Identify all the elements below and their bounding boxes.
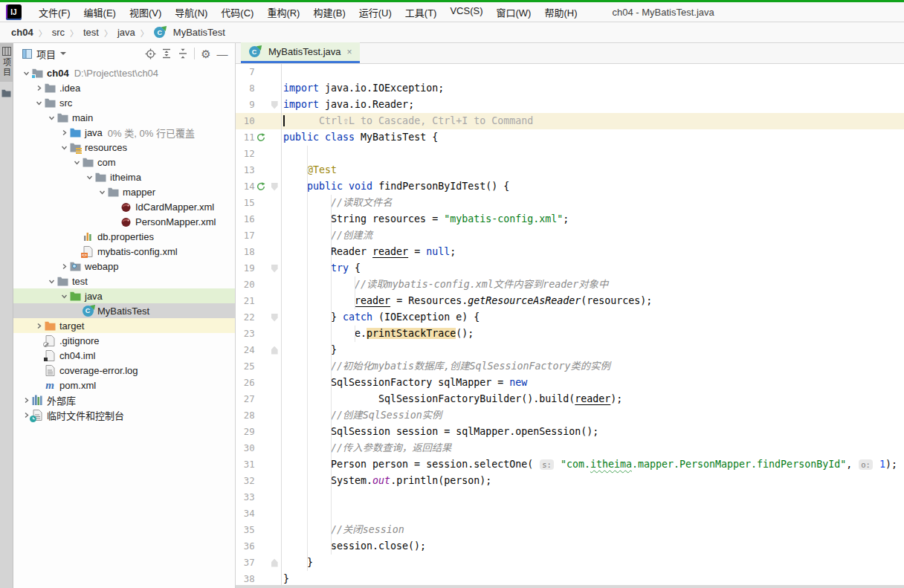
- tree-item-mybatis-config-xml[interactable]: <>mybatis-config.xml: [13, 244, 235, 259]
- tree-item-main[interactable]: main: [13, 110, 235, 125]
- code-line-34[interactable]: 34: [236, 505, 904, 522]
- breadcrumb-item[interactable]: CMyBatisTest: [152, 25, 227, 40]
- tree-item-db-properties[interactable]: db.properties: [13, 229, 235, 244]
- code-line-16[interactable]: 16 String resources = "mybatis-config.xm…: [236, 211, 904, 227]
- tree-item-idcardmapper-xml[interactable]: IdCardMapper.xml: [13, 199, 235, 214]
- tree-item-pom-xml[interactable]: mpom.xml: [13, 378, 235, 392]
- code-line-29[interactable]: 29 SqlSession session = sqlMapper.openSe…: [236, 424, 904, 440]
- chevron-collapsed-icon[interactable]: [59, 127, 69, 138]
- tree-item-mapper[interactable]: mapper: [13, 184, 235, 199]
- menu-item[interactable]: 窗口(W): [490, 3, 538, 22]
- expand-all-icon[interactable]: [158, 45, 175, 62]
- menu-item[interactable]: 文件(F): [32, 3, 77, 22]
- tree-item-personmapper-xml[interactable]: PersonMapper.xml: [13, 214, 235, 229]
- code-line-21[interactable]: 21 reader = Resources.getResourceAsReade…: [236, 293, 904, 309]
- fold-marker-open-icon[interactable]: [271, 314, 278, 322]
- chevron-expanded-icon[interactable]: [97, 187, 107, 197]
- fold-marker-open-icon[interactable]: [271, 265, 278, 273]
- locate-file-icon[interactable]: [142, 45, 158, 62]
- tree-item-src[interactable]: src: [13, 95, 235, 110]
- code-line-8[interactable]: 8import java.io.IOException;: [236, 80, 904, 97]
- code-line-12[interactable]: 12: [236, 146, 904, 162]
- tree-item-ch04-iml[interactable]: ch04.iml: [13, 348, 235, 363]
- code-line-30[interactable]: 30 //传入参数查询，返回结果: [236, 440, 904, 456]
- breadcrumb-item[interactable]: src: [50, 25, 67, 39]
- chevron-expanded-icon[interactable]: [71, 157, 82, 167]
- code-line-18[interactable]: 18 Reader reader = null;: [236, 244, 904, 260]
- menu-item[interactable]: 运行(U): [352, 3, 398, 22]
- code-line-7[interactable]: 7: [236, 64, 904, 80]
- tree-item-ch04[interactable]: ch04D:\Project\test\ch04: [13, 65, 235, 80]
- chevron-expanded-icon[interactable]: [59, 142, 69, 152]
- chevron-collapsed-icon[interactable]: [33, 320, 44, 331]
- tree-item-java[interactable]: java: [13, 288, 235, 303]
- settings-gear-icon[interactable]: ⚙: [198, 45, 214, 62]
- menu-item[interactable]: 构建(B): [306, 3, 352, 22]
- chevron-collapsed-icon[interactable]: [21, 395, 31, 405]
- code-line-33[interactable]: 33: [236, 489, 904, 505]
- code-line-22[interactable]: 22 } catch (IOException e) {: [236, 309, 904, 326]
- tree-item-test[interactable]: test: [13, 274, 235, 288]
- tree-item-mybatistest[interactable]: CMyBatisTest: [13, 303, 235, 318]
- fold-marker-open-icon[interactable]: [271, 101, 278, 109]
- code-line-19[interactable]: 19 try {: [236, 260, 904, 277]
- code-line-9[interactable]: 9import java.io.Reader;: [236, 97, 904, 113]
- chevron-collapsed-icon[interactable]: [59, 261, 69, 271]
- menu-item[interactable]: 导航(N): [168, 3, 214, 22]
- code-line-35[interactable]: 35 //关闭session: [236, 522, 904, 538]
- code-line-11[interactable]: 11public class MyBatisTest {: [236, 129, 904, 146]
- code-line-32[interactable]: 32 System.out.println(person);: [236, 473, 904, 489]
- close-icon[interactable]: ×: [347, 47, 352, 57]
- menu-item[interactable]: VCS(S): [443, 3, 489, 22]
- code-line-26[interactable]: 26 SqlSessionFactory sqlMapper = new: [236, 375, 904, 391]
- fold-marker-open-icon[interactable]: [271, 183, 278, 191]
- fold-marker-close-icon[interactable]: [271, 346, 278, 355]
- code-line-14[interactable]: 14 public void findPersonByIdTest() {: [236, 178, 904, 195]
- code-editor[interactable]: 78import java.io.IOException;9import jav…: [236, 64, 904, 585]
- menu-item[interactable]: 代码(C): [214, 3, 260, 22]
- menu-item[interactable]: 重构(R): [260, 3, 306, 22]
- menu-item[interactable]: 视图(V): [123, 3, 168, 22]
- code-line-24[interactable]: 24 }: [236, 342, 904, 358]
- run-test-icon[interactable]: [255, 133, 268, 142]
- tree-item-itheima[interactable]: itheima: [13, 169, 235, 184]
- chevron-expanded-icon[interactable]: [46, 112, 56, 123]
- breadcrumb-item[interactable]: ch04: [9, 25, 36, 39]
- stripe-tab-project[interactable]: 项目: [0, 43, 13, 82]
- code-line-31[interactable]: 31 Person person = session.selectOne( s:…: [236, 456, 904, 473]
- code-line-13[interactable]: 13 @Test: [236, 162, 904, 178]
- chevron-expanded-icon[interactable]: [33, 97, 44, 108]
- chevron-down-icon[interactable]: [60, 52, 66, 55]
- tree-item-webapp[interactable]: webapp: [13, 259, 235, 274]
- code-line-36[interactable]: 36 session.close();: [236, 538, 904, 555]
- tree-item-com[interactable]: com: [13, 155, 235, 169]
- tree-item-target[interactable]: target: [13, 318, 235, 333]
- code-line-17[interactable]: 17 //创建流: [236, 227, 904, 244]
- code-line-28[interactable]: 28 //创建SqlSession实例: [236, 407, 904, 424]
- run-test-icon[interactable]: [255, 182, 268, 191]
- code-line-25[interactable]: 25 //初始化mybatis数据库,创建SqlSessionFactory类的…: [236, 358, 904, 375]
- code-line-23[interactable]: 23 e.printStackTrace();: [236, 326, 904, 342]
- collapse-all-icon[interactable]: [175, 45, 191, 62]
- menu-item[interactable]: 帮助(H): [537, 3, 584, 22]
- tab-mybatistest-java[interactable]: C MyBatisTest.java ×: [241, 42, 360, 63]
- chevron-expanded-icon[interactable]: [21, 68, 31, 78]
- code-line-15[interactable]: 15 //读取文件名: [236, 195, 904, 211]
- hide-panel-icon[interactable]: —: [214, 45, 230, 62]
- fold-marker-close-icon[interactable]: [271, 559, 278, 567]
- menu-item[interactable]: 工具(T): [398, 3, 444, 22]
- code-line-38[interactable]: 38}: [236, 571, 904, 585]
- tree-item--[interactable]: 临时文件和控制台: [13, 407, 235, 422]
- code-line-27[interactable]: 27 SqlSessionFactoryBuilder().build(read…: [236, 391, 904, 407]
- tree-item--gitignore[interactable]: .gitignore: [13, 333, 235, 348]
- code-line-37[interactable]: 37 }: [236, 555, 904, 571]
- code-line-20[interactable]: 20 //读取mybatis-config.xml文件内容到reader对象中: [236, 277, 904, 293]
- menu-item[interactable]: 编辑(E): [77, 3, 123, 22]
- tree-item--idea[interactable]: .idea: [13, 80, 235, 95]
- chevron-expanded-icon[interactable]: [59, 291, 69, 301]
- breadcrumb-item[interactable]: test: [81, 25, 101, 39]
- tree-item-resources[interactable]: resources: [13, 140, 235, 155]
- stripe-folder-icon[interactable]: [1, 89, 11, 97]
- breadcrumb-item[interactable]: java: [115, 25, 138, 39]
- chevron-collapsed-icon[interactable]: [33, 83, 44, 93]
